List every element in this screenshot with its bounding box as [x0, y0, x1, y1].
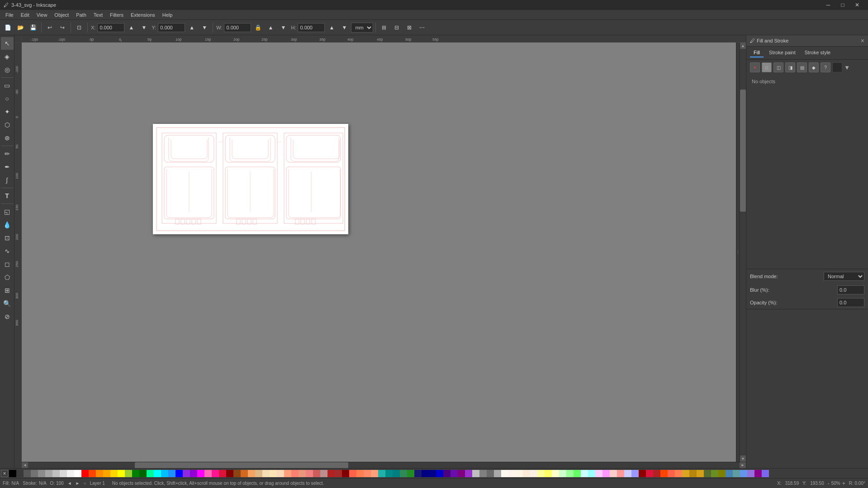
palette-color-63[interactable] [465, 470, 472, 477]
menu-item-filters[interactable]: Filters [106, 11, 127, 19]
save-button[interactable]: 💾 [27, 22, 39, 33]
palette-color-13[interactable] [103, 470, 110, 477]
palette-color-38[interactable] [284, 470, 291, 477]
palette-color-14[interactable] [110, 470, 118, 477]
palette-color-35[interactable] [262, 470, 270, 477]
palette-color-54[interactable] [400, 470, 407, 477]
palette-color-31[interactable] [233, 470, 241, 477]
paint-swatch-button[interactable]: ◆ [809, 62, 819, 72]
palette-color-83[interactable] [610, 470, 617, 477]
palette-color-82[interactable] [602, 470, 610, 477]
palette-color-39[interactable] [291, 470, 299, 477]
snap-btn4[interactable]: ⋯ [416, 22, 428, 33]
tab-stroke-style[interactable]: Stroke style [801, 48, 834, 57]
eraser-tool-button[interactable]: ◻ [1, 258, 14, 270]
palette-color-49[interactable] [364, 470, 371, 477]
vscrollbar[interactable]: ▲ ▼ [740, 43, 746, 462]
palette-color-61[interactable] [451, 470, 458, 477]
no-color-button[interactable]: × [1, 470, 8, 477]
palette-color-47[interactable] [349, 470, 356, 477]
palette-color-29[interactable] [219, 470, 226, 477]
x-step-down[interactable]: ▼ [138, 22, 150, 33]
palette-color-56[interactable] [414, 470, 422, 477]
palette-color-2[interactable] [24, 470, 31, 477]
palette-color-98[interactable] [718, 470, 726, 477]
palette-color-46[interactable] [342, 470, 349, 477]
palette-color-44[interactable] [327, 470, 335, 477]
palette-color-57[interactable] [422, 470, 429, 477]
palette-color-37[interactable] [277, 470, 284, 477]
opacity-input[interactable] [837, 298, 864, 307]
palette-color-36[interactable] [270, 470, 277, 477]
paint-radial-button[interactable]: ◨ [785, 62, 795, 72]
palette-color-93[interactable] [682, 470, 689, 477]
palette-color-3[interactable] [31, 470, 38, 477]
snap-btn3[interactable]: ⊠ [403, 22, 415, 33]
palette-color-24[interactable] [183, 470, 190, 477]
palette-color-73[interactable] [537, 470, 545, 477]
menu-item-help[interactable]: Help [159, 11, 176, 19]
palette-color-45[interactable] [335, 470, 342, 477]
node-tool-button[interactable]: ◈ [1, 50, 14, 63]
opacity-down-button[interactable]: ◄ [67, 481, 72, 486]
palette-color-6[interactable] [52, 470, 60, 477]
palette-color-89[interactable] [653, 470, 660, 477]
palette-color-70[interactable] [516, 470, 523, 477]
ellipse-tool-button[interactable]: ○ [1, 92, 14, 105]
palette-color-1[interactable] [16, 470, 24, 477]
open-button[interactable]: 📂 [14, 22, 26, 33]
menu-item-object[interactable]: Object [51, 11, 72, 19]
y-step-up[interactable]: ▲ [186, 22, 198, 33]
palette-color-72[interactable] [530, 470, 537, 477]
palette-color-10[interactable] [81, 470, 89, 477]
palette-color-78[interactable] [574, 470, 581, 477]
palette-color-76[interactable] [559, 470, 566, 477]
palette-color-81[interactable] [595, 470, 602, 477]
palette-color-62[interactable] [458, 470, 465, 477]
palette-color-68[interactable] [501, 470, 508, 477]
star-tool-button[interactable]: ✦ [1, 105, 14, 118]
close-button[interactable]: ✕ [850, 0, 864, 10]
palette-color-16[interactable] [125, 470, 132, 477]
measure-tool-button[interactable]: ⊞ [1, 284, 14, 297]
palette-color-48[interactable] [356, 470, 364, 477]
selector-tool-button[interactable]: ↖ [1, 37, 14, 50]
palette-color-41[interactable] [306, 470, 313, 477]
undo-button[interactable]: ↩ [44, 22, 56, 33]
dropper-tool-button[interactable]: 💧 [1, 218, 14, 231]
panel-collapse-handle[interactable]: ⋮ [736, 43, 740, 462]
palette-color-84[interactable] [617, 470, 624, 477]
palette-color-58[interactable] [429, 470, 436, 477]
palette-color-71[interactable] [523, 470, 530, 477]
palette-color-17[interactable] [132, 470, 139, 477]
palette-color-92[interactable] [675, 470, 682, 477]
spray-tool-button[interactable]: ∿ [1, 245, 14, 257]
palette-color-85[interactable] [624, 470, 631, 477]
palette-color-9[interactable] [74, 470, 81, 477]
unit-select[interactable]: mm px in cm [351, 23, 373, 33]
palette-color-4[interactable] [38, 470, 45, 477]
spiral-tool-button[interactable]: ⊛ [1, 132, 14, 144]
zoom-out-button[interactable]: - [828, 480, 830, 487]
paint-pattern-button[interactable]: ▤ [797, 62, 807, 72]
x-input[interactable] [97, 23, 124, 32]
palette-color-51[interactable] [378, 470, 385, 477]
menu-item-path[interactable]: Path [72, 11, 90, 19]
paintbucket-tool-button[interactable]: ⬠ [1, 271, 14, 284]
rect-tool-button[interactable]: ▭ [1, 79, 14, 92]
palette-color-88[interactable] [646, 470, 653, 477]
palette-color-7[interactable] [60, 470, 67, 477]
calligraphy-tool-button[interactable]: ∫ [1, 174, 14, 186]
palette-color-27[interactable] [204, 470, 212, 477]
palette-color-5[interactable] [45, 470, 52, 477]
palette-color-102[interactable] [747, 470, 754, 477]
paint-none-button[interactable]: × [750, 62, 760, 72]
zoom-in-button[interactable]: + [842, 480, 845, 487]
palette-color-19[interactable] [147, 470, 154, 477]
palette-color-12[interactable] [96, 470, 103, 477]
palette-color-103[interactable] [754, 470, 762, 477]
palette-color-53[interactable] [393, 470, 400, 477]
h-step-down[interactable]: ▼ [338, 22, 350, 33]
hscroll-left-button[interactable]: ◄ [22, 462, 28, 469]
menu-item-file[interactable]: File [2, 11, 17, 19]
